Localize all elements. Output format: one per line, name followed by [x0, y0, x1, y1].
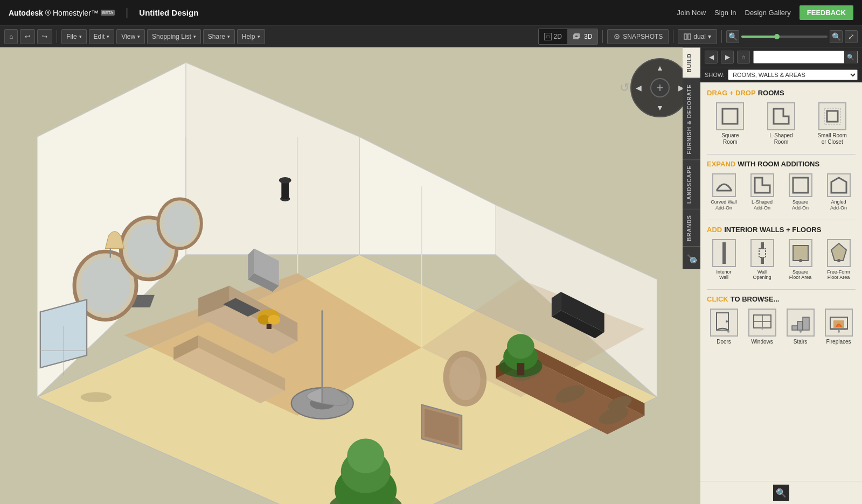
nav-controls: ↺ ▲ ▼ ◀ ▶ ↻	[630, 58, 690, 117]
square-addon-label: SquareAdd-On	[792, 199, 809, 211]
zoom-in-button[interactable]: 🔍	[830, 30, 843, 43]
square-addon-icon	[789, 173, 812, 197]
view-2d-button[interactable]: □ 2D	[539, 29, 567, 44]
home-button[interactable]: ⌂	[4, 29, 18, 44]
small-room-label: Small Roomor Closet	[817, 132, 846, 145]
nav-ring: ▲ ▼ ◀ ▶	[630, 58, 690, 117]
windows-browse-icon	[748, 309, 776, 337]
stairs-browse-item[interactable]: Stairs	[783, 309, 817, 345]
panel-search-bar[interactable]: 🔍	[753, 51, 858, 64]
square-room-item[interactable]: SquareRoom	[707, 102, 754, 145]
square-floor-area-item[interactable]: SquareFloor Area	[783, 239, 817, 281]
wall-opening-item[interactable]: WallOpening	[745, 239, 779, 281]
angled-addon-label: AngledAdd-On	[830, 199, 847, 211]
tab-build[interactable]: BUILD	[683, 47, 700, 78]
svg-rect-50	[517, 363, 524, 375]
svg-rect-87	[759, 249, 766, 257]
stairs-browse-icon	[787, 309, 815, 337]
panel-show-select[interactable]: ROOMS, WALLS & AREAS	[728, 69, 858, 80]
panel-forward-button[interactable]: ▶	[721, 51, 734, 64]
angled-addon-item[interactable]: AngledAdd-On	[822, 173, 856, 211]
svg-point-89	[799, 259, 802, 262]
browse-grid: Doors Windows	[707, 309, 856, 345]
windows-browse-item[interactable]: Windows	[745, 309, 779, 345]
right-panel: ◀ ▶ ⌂ 🔍 SHOW: ROOMS, WALLS & AREAS DRAG …	[700, 47, 862, 504]
rooms-grid: SquareRoom L-ShapedRoom	[707, 102, 856, 145]
square-addon-item[interactable]: SquareAdd-On	[783, 173, 817, 211]
svg-point-105	[800, 332, 801, 333]
panel-home-button[interactable]: ⌂	[737, 51, 750, 64]
sign-in-link[interactable]: Sign In	[714, 9, 736, 17]
stairs-browse-label: Stairs	[794, 339, 808, 345]
svg-marker-77	[774, 109, 789, 124]
tab-magnify[interactable]: 🔍	[683, 247, 700, 269]
zoom-slider-track[interactable]	[741, 36, 828, 38]
svg-point-91	[837, 259, 840, 262]
walls-floors-title: ADD INTERIOR WALLS + FLOORS	[707, 226, 856, 234]
l-shaped-room-item[interactable]: L-ShapedRoom	[758, 102, 805, 145]
tab-brands[interactable]: BRANDS	[683, 209, 700, 247]
svg-marker-83	[831, 178, 846, 193]
fireplaces-browse-item[interactable]: Fireplaces	[822, 309, 856, 345]
join-now-link[interactable]: Join Now	[677, 9, 706, 17]
nav-up-button[interactable]: ▲	[656, 64, 664, 72]
svg-point-68	[268, 314, 280, 324]
svg-rect-102	[797, 321, 803, 330]
autodesk-label: Autodesk	[9, 9, 43, 17]
shopping-list-menu[interactable]: Shopping List ▾	[147, 29, 201, 44]
svg-point-49	[507, 334, 534, 359]
panel-search-input[interactable]	[754, 53, 844, 61]
svg-rect-78	[827, 111, 838, 122]
click-browse-title: CLICK TO BROWSE...	[707, 295, 856, 303]
svg-rect-4	[684, 34, 687, 39]
help-menu[interactable]: Help ▾	[237, 29, 265, 44]
zoom-out-button[interactable]: 🔍	[726, 30, 739, 43]
snapshots-button[interactable]: SNAPSHOTS	[607, 29, 669, 44]
zoom-slider-thumb[interactable]	[774, 34, 780, 39]
l-shaped-addon-item[interactable]: L-ShapedAdd-On	[745, 173, 779, 211]
svg-point-52	[81, 258, 130, 314]
share-menu[interactable]: Share ▾	[203, 29, 235, 44]
view-3d-button[interactable]: 3D	[567, 29, 597, 44]
zoom-bar: 🔍 🔍	[726, 30, 843, 43]
doors-browse-icon	[710, 309, 738, 337]
edit-menu[interactable]: Edit ▾	[89, 29, 115, 44]
nav-center[interactable]	[650, 78, 670, 97]
rotate-left-button[interactable]: ↺	[620, 81, 629, 95]
undo-button[interactable]: ↩	[20, 29, 35, 44]
svg-rect-85	[761, 242, 764, 249]
design-canvas[interactable]: ↺ ▲ ▼ ◀ ▶ ↻	[0, 47, 700, 504]
tab-furnish[interactable]: FURNISH & DECORATE	[683, 78, 700, 160]
zoom-slider-fill	[741, 36, 776, 38]
free-form-floor-area-icon	[827, 239, 851, 267]
tab-landscape[interactable]: LANDSCAPE	[683, 159, 700, 209]
view-toggle: □ 2D 3D	[538, 29, 598, 45]
panel-back-button[interactable]: ◀	[705, 51, 718, 64]
small-room-icon	[818, 102, 846, 130]
curved-wall-addon-item[interactable]: Curved WallAdd-On	[707, 173, 741, 211]
small-room-item[interactable]: Small Roomor Closet	[809, 102, 856, 145]
top-links: Join Now Sign In Design Gallery FEEDBACK	[677, 5, 853, 20]
svg-point-110	[838, 332, 839, 333]
nav-down-button[interactable]: ▼	[656, 103, 664, 112]
svg-rect-84	[722, 242, 726, 264]
panel-search-button[interactable]: 🔍	[844, 51, 857, 64]
dual-button[interactable]: dual ▾	[678, 29, 717, 44]
expand-additions-title: EXPAND WITH ROOM ADDITIONS	[707, 160, 856, 168]
view-menu[interactable]: View ▾	[116, 29, 145, 44]
fullscreen-button[interactable]: ⤢	[845, 30, 858, 43]
fireplaces-browse-label: Fireplaces	[826, 339, 851, 345]
doors-browse-item[interactable]: Doors	[707, 309, 741, 345]
panel-bottom-search-button[interactable]: 🔍	[773, 485, 789, 501]
wall-opening-icon	[750, 239, 774, 267]
nav-left-button[interactable]: ◀	[636, 83, 642, 92]
wall-opening-label: WallOpening	[753, 269, 771, 281]
free-form-floor-area-item[interactable]: Free-FormFloor Area	[822, 239, 856, 281]
design-gallery-link[interactable]: Design Gallery	[745, 9, 791, 17]
walls-grid: InteriorWall WallOpening	[707, 239, 856, 281]
redo-button[interactable]: ↪	[37, 29, 52, 44]
file-menu[interactable]: File ▾	[61, 29, 86, 44]
drag-drop-rooms-title: DRAG + DROP ROOMS	[707, 89, 856, 97]
feedback-button[interactable]: FEEDBACK	[800, 5, 853, 20]
interior-wall-item[interactable]: InteriorWall	[707, 239, 741, 281]
